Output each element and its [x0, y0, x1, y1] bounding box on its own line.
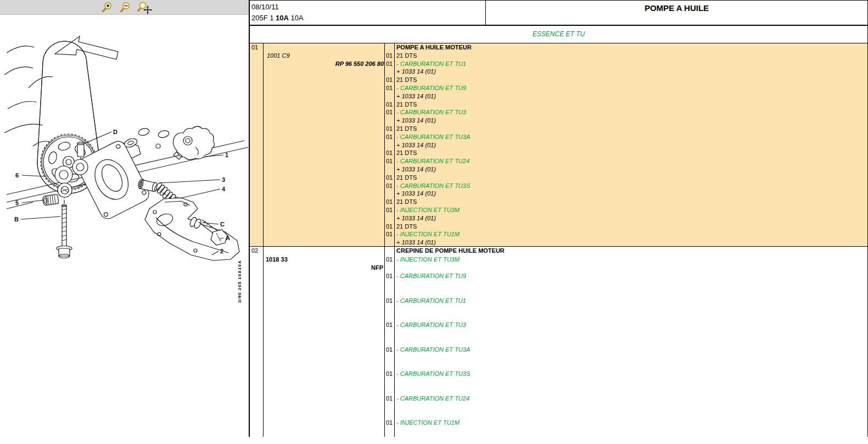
zoom-in-button[interactable] — [100, 1, 114, 14]
parts-section-02[interactable]: 02 1018 33 NFP 01 01 01 01 01 01 01 01 C… — [250, 247, 867, 437]
qty-column: 01 01 01 01 01 01 01 01 01 01 01 01 01 0… — [385, 43, 395, 246]
parts-table-panel: 08/10/11 205F 1 10A 10A POMPE A HUILE ES… — [249, 0, 868, 437]
parts-catalog-window: D 1 6 3 4 5 B C A 2 3/90 205 10A10A 08/1… — [0, 0, 868, 444]
part-column: 1001 C9 RP 96 550 206 80 — [264, 43, 385, 246]
part-ref[interactable]: 1018 33 — [264, 256, 384, 264]
part-1-bracket — [173, 126, 215, 160]
drive-pin — [77, 142, 84, 157]
variant-link[interactable]: - INJECTION ET TU1M — [395, 419, 867, 427]
variant-link[interactable]: - CARBURATION ET TU1 — [395, 297, 867, 305]
supersession-note: + 1033 14 (01) — [395, 165, 867, 174]
diagram-label-6: 6 — [15, 172, 19, 179]
bolt-b — [57, 204, 72, 258]
description-column: POMPE A HUILE MOTEUR 21 DTS - CARBURATIO… — [395, 43, 867, 246]
variant-link[interactable]: - CARBURATION ET TU3 — [395, 108, 867, 116]
qty-cell: 01 — [385, 182, 394, 190]
engine-code-line: 21 DTS — [395, 101, 867, 109]
qty-cell: 01 — [385, 419, 394, 427]
supersession-note: + 1033 14 (01) — [395, 116, 867, 125]
zoom-pan-icon — [137, 1, 153, 14]
variant-link[interactable]: - CARBURATION ET TU24 — [395, 157, 867, 165]
qty-cell: 01 — [385, 297, 394, 305]
part-column: 1018 33 NFP — [264, 247, 385, 437]
supersession-note: + 1033 14 (01) — [395, 190, 867, 198]
variant-link[interactable]: - INJECTION ET TU3M — [395, 206, 867, 214]
qty-cell: 01 — [385, 157, 394, 165]
supersession-note: + 1033 14 (01) — [395, 92, 867, 101]
variant-link[interactable]: - CARBURATION ET TU3 — [395, 321, 867, 329]
diagram-reference: 3/90 205 10A10A — [237, 260, 242, 303]
part-number[interactable]: RP 96 550 206 80 — [264, 60, 384, 68]
diagram-label-4: 4 — [222, 186, 226, 192]
variant-link[interactable]: - CARBURATION ET TU3S — [395, 370, 867, 378]
diagram-toolbar — [0, 0, 249, 15]
zoom-in-icon — [100, 1, 114, 14]
part-note: NFP — [264, 264, 384, 272]
page-header: 08/10/11 205F 1 10A 10A POMPE A HUILE — [250, 0, 867, 26]
qty-cell: 01 — [385, 101, 394, 109]
parts-section-01[interactable]: 01 1001 C9 RP 96 550 206 80 01 01 01 01 … — [250, 43, 867, 247]
page-title: POMPE A HUILE — [486, 1, 867, 25]
qty-cell: 01 — [385, 60, 394, 68]
qty-cell: 01 — [385, 223, 394, 231]
part-2-cover-strainer — [145, 198, 239, 260]
diagram-label-b: B — [14, 216, 19, 223]
engine-code-line: 21 DTS — [395, 52, 867, 60]
engine-code-line: 21 DTS — [395, 76, 867, 84]
diagram-label-c: C — [220, 221, 225, 227]
qty-cell: 01 — [385, 370, 394, 378]
variant-link[interactable]: - INJECTION ET TU3M — [395, 256, 867, 264]
zoom-pan-button[interactable] — [137, 1, 153, 14]
engine-code-line: 21 DTS — [395, 125, 867, 133]
engine-code-line: 21 DTS — [395, 223, 867, 231]
qty-cell: 01 — [385, 198, 394, 206]
supersession-note: + 1033 14 (01) — [395, 141, 867, 149]
qty-cell: 01 — [385, 125, 394, 133]
diagram-label-2: 2 — [220, 248, 223, 254]
item-number: 02 — [250, 247, 263, 254]
variant-link[interactable]: - CARBURATION ET TU9 — [395, 272, 867, 280]
diagram-label-5: 5 — [15, 199, 19, 206]
engine-code-line: 21 DTS — [395, 149, 867, 157]
qty-column: 01 01 01 01 01 01 01 01 — [385, 247, 395, 437]
description-column: CREPINE DE POMPE HUILE MOTEUR - INJECTIO… — [395, 247, 867, 437]
variant-link[interactable]: - CARBURATION ET TU3A — [395, 133, 867, 141]
diagram-label-a: A — [226, 235, 230, 241]
qty-cell: 01 — [385, 230, 394, 238]
exploded-view-diagram: D 1 6 3 4 5 B C A 2 — [0, 15, 249, 301]
variant-link[interactable]: - CARBURATION ET TU3A — [395, 346, 867, 354]
qty-cell: 01 — [385, 76, 394, 84]
diagram-label-d: D — [113, 129, 117, 135]
item-column: 01 — [250, 43, 264, 246]
qty-cell: 01 — [385, 108, 394, 116]
qty-cell: 01 — [385, 272, 394, 280]
qty-cell: 01 — [385, 133, 394, 141]
part-5-plug — [42, 194, 59, 206]
part-title: POMPE A HUILE MOTEUR — [395, 43, 867, 52]
oil-pump-body — [55, 137, 152, 221]
part-ref[interactable]: 1001 C9 — [264, 52, 384, 60]
diagram-label-1: 1 — [225, 152, 228, 158]
engine-code-line: 21 DTS — [395, 174, 867, 182]
header-ref-prefix: 205F 1 — [251, 14, 273, 22]
qty-cell: 01 — [385, 174, 394, 182]
variant-link[interactable]: - CARBURATION ET TU1 — [395, 60, 867, 68]
header-ref-suffix: 10A — [291, 14, 304, 22]
variant-link[interactable]: - CARBURATION ET TU9 — [395, 84, 867, 92]
variant-link[interactable]: - INJECTION ET TU1M — [395, 230, 867, 238]
diagram-label-3: 3 — [222, 176, 225, 183]
qty-cell: 01 — [385, 395, 394, 403]
supersession-note: + 1033 14 (01) — [395, 214, 867, 223]
engine-family-band: ESSENCE ET TU — [250, 26, 867, 43]
zoom-out-icon — [119, 1, 132, 14]
header-reference: 205F 1 10A 10A — [251, 13, 485, 24]
item-number: 01 — [250, 43, 263, 51]
variant-link[interactable]: - CARBURATION ET TU24 — [395, 395, 867, 403]
header-ref-section: 10A — [276, 14, 289, 22]
qty-cell: 01 — [385, 84, 394, 92]
qty-cell: 01 — [385, 256, 394, 264]
item-column: 02 — [250, 247, 264, 437]
zoom-out-button[interactable] — [119, 1, 132, 14]
variant-link[interactable]: - CARBURATION ET TU3S — [395, 182, 867, 190]
part-title: CREPINE DE POMPE HUILE MOTEUR — [395, 247, 867, 255]
